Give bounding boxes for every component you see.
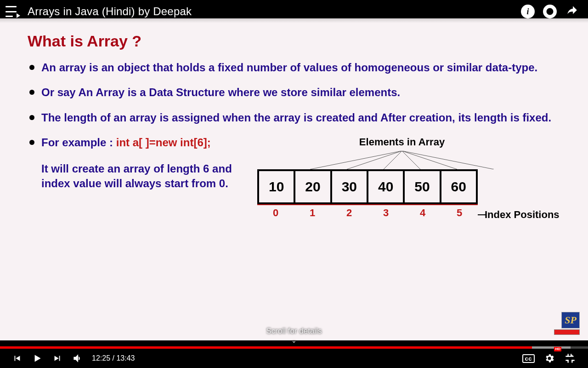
clock-icon (546, 7, 554, 16)
video-player: Arrays in Java (Hindi) by Deepak i What … (0, 0, 588, 368)
array-index: 3 (368, 205, 404, 220)
top-overlay: Arrays in Java (Hindi) by Deepak i (0, 0, 588, 23)
gear-icon (544, 353, 555, 364)
array-cell: 50 (405, 171, 441, 203)
array-index: 5 (441, 205, 478, 220)
elements-in-array-label: Elements in Array (253, 135, 551, 149)
array-cell: 10 (259, 171, 295, 203)
settings-button[interactable]: HD (539, 349, 560, 368)
index-positions-label: Index Positions (485, 208, 560, 222)
volume-icon (72, 352, 84, 364)
next-button[interactable] (48, 349, 67, 368)
total-time: 13:43 (116, 354, 135, 362)
array-cell: 40 (368, 171, 405, 203)
svg-line-0 (310, 151, 402, 169)
skip-previous-icon (12, 353, 22, 363)
array-cells: 10 20 30 40 50 60 (257, 169, 478, 205)
slide-bullet: An array is an object that holds a fixed… (28, 60, 565, 75)
slide-bullet: Or say An Array is a Data Structure wher… (28, 85, 565, 100)
scroll-for-details[interactable]: Scroll for details ⌄ (266, 327, 322, 345)
captions-button[interactable]: cc (518, 349, 539, 368)
sp-logo: SP (561, 312, 580, 328)
play-icon (31, 352, 43, 364)
time-display: 12:25 / 13:43 (92, 354, 135, 362)
exit-fullscreen-button[interactable] (560, 349, 581, 368)
array-index: 0 (257, 205, 294, 220)
example-note: It will create an array of length 6 and … (41, 161, 239, 191)
example-code: int a[ ]=new int[6]; (116, 136, 211, 149)
array-indices: 0 1 2 3 4 5 (257, 204, 478, 220)
array-index: 4 (404, 205, 441, 220)
previous-button[interactable] (7, 349, 27, 368)
chevron-down-icon: ⌄ (291, 337, 297, 344)
slide-bullet-list: An array is an object that holds a fixed… (28, 60, 565, 220)
array-index: 2 (331, 205, 368, 220)
info-button[interactable]: i (521, 5, 535, 18)
hd-badge: HD (554, 347, 561, 351)
svg-line-5 (402, 151, 494, 169)
share-icon (565, 5, 579, 17)
array-cell: 20 (295, 171, 332, 203)
array-diagram: Elements in Array 10 20 30 (253, 135, 551, 220)
subscribe-mini-badge (554, 329, 580, 335)
video-frame-content: What is Array ? An array is an object th… (0, 18, 588, 340)
array-index: 1 (294, 205, 331, 220)
svg-line-2 (384, 151, 402, 169)
player-controls: 12:25 / 13:43 cc HD (0, 349, 588, 368)
current-time: 12:25 (92, 354, 110, 362)
slide-example-bullet: For example : int a[ ]=new int[6]; It wi… (28, 135, 565, 220)
exit-fullscreen-icon (564, 352, 576, 364)
play-button[interactable] (27, 349, 48, 368)
channel-logo-overlay[interactable]: SP (554, 312, 580, 335)
svg-line-3 (402, 151, 420, 169)
slide-heading: What is Array ? (28, 32, 565, 50)
cc-icon: cc (522, 354, 535, 363)
video-title[interactable]: Arrays in Java (Hindi) by Deepak (28, 5, 521, 18)
playlist-icon[interactable] (6, 6, 18, 17)
diagram-connector-lines (292, 151, 512, 169)
skip-next-icon (52, 353, 62, 363)
array-cell: 30 (332, 171, 368, 203)
slide-bullet: The length of an array is assigned when … (28, 110, 565, 125)
example-prefix: For example : (41, 136, 116, 149)
share-button[interactable] (565, 5, 579, 18)
array-cell: 60 (441, 171, 476, 203)
volume-button[interactable] (67, 349, 88, 368)
watch-later-button[interactable] (543, 5, 557, 18)
